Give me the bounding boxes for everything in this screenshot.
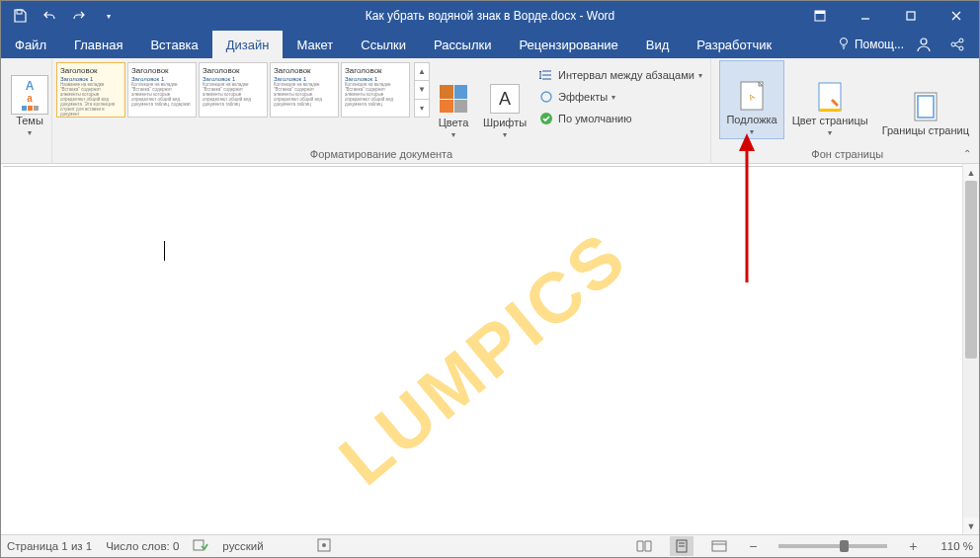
gallery-down-icon[interactable]: ▼ [415, 81, 429, 99]
tab-home[interactable]: Главная [60, 31, 136, 58]
text-cursor [164, 241, 165, 261]
scroll-up-icon[interactable]: ▲ [963, 164, 979, 181]
print-layout-icon[interactable] [670, 536, 694, 556]
web-layout-icon[interactable] [707, 536, 731, 556]
vertical-scrollbar[interactable]: ▲ ▼ [962, 164, 979, 534]
share-icon[interactable] [943, 33, 971, 56]
watermark-label: Подложка [726, 114, 776, 126]
fonts-label: Шрифты [483, 117, 527, 129]
svg-point-19 [541, 92, 551, 102]
tell-me[interactable]: Помощ... [837, 37, 904, 53]
chevron-down-icon: ▾ [612, 93, 615, 102]
svg-line-15 [955, 45, 959, 47]
chevron-down-icon: ▾ [698, 71, 702, 80]
watermark-icon: A [736, 80, 768, 112]
tab-insert[interactable]: Вставка [136, 31, 211, 58]
colors-button[interactable]: Цвета ▾ [432, 62, 475, 141]
page-borders-button[interactable]: Границы страниц [876, 60, 975, 139]
colors-label: Цвета [439, 117, 469, 129]
zoom-out-button[interactable]: − [745, 538, 761, 554]
word-window: ▾ Как убрать водяной знак в Ворде.docx -… [0, 0, 980, 558]
checkmark-icon [538, 111, 554, 126]
qat-customize-icon[interactable]: ▾ [96, 2, 122, 30]
status-bar: Страница 1 из 1 Число слов: 0 русский − … [1, 534, 979, 557]
tell-me-label: Помощ... [855, 38, 904, 51]
ribbon-tabs: Файл Главная Вставка Дизайн Макет Ссылки… [1, 31, 979, 58]
tab-developer[interactable]: Разработчик [683, 31, 785, 58]
scroll-thumb[interactable] [965, 181, 977, 359]
zoom-slider-knob[interactable] [840, 540, 849, 552]
tab-mailings[interactable]: Рассылки [420, 31, 505, 58]
svg-point-12 [959, 39, 963, 42]
tab-file[interactable]: Файл [1, 31, 60, 58]
paragraph-spacing-button[interactable]: Интервал между абзацами ▾ [534, 64, 706, 86]
svg-rect-35 [712, 541, 726, 551]
maximize-button[interactable] [888, 1, 934, 31]
page-color-icon [814, 81, 846, 113]
minimize-button[interactable] [843, 1, 888, 31]
gallery-more-icon[interactable]: ▾ [415, 100, 429, 117]
effects-label: Эффекты [558, 91, 608, 103]
fonts-button[interactable]: A Шрифты ▾ [477, 62, 532, 141]
zoom-level[interactable]: 110 % [940, 540, 973, 552]
style-set-thumb[interactable]: Заголовок Заголовок 1 Коллекция на вклад… [270, 62, 339, 118]
page-bg-group-label: Фон страницы [719, 146, 975, 163]
scroll-down-icon[interactable]: ▼ [963, 518, 979, 534]
ribbon-display-options-icon[interactable] [797, 1, 843, 31]
spellcheck-icon[interactable] [193, 538, 208, 554]
title-bar: ▾ Как убрать водяной знак в Ворде.docx -… [1, 1, 979, 31]
undo-icon[interactable] [37, 2, 62, 30]
set-default-label: По умолчанию [558, 113, 631, 124]
close-button[interactable] [934, 1, 979, 31]
page-borders-icon [910, 91, 941, 122]
read-mode-icon[interactable] [632, 536, 656, 556]
chevron-down-icon: ▾ [451, 130, 455, 139]
tab-view[interactable]: Вид [632, 31, 684, 58]
paragraph-spacing-label: Интервал между абзацами [558, 69, 694, 81]
style-set-thumb[interactable]: Заголовок Заголовок 1 Название на вкладк… [56, 62, 125, 118]
style-set-thumb[interactable]: Заголовок Заголовок 1 Коллекция на вклад… [199, 62, 268, 118]
svg-point-31 [322, 543, 326, 547]
svg-line-14 [955, 41, 959, 43]
themes-button[interactable]: Aa Темы ▾ [5, 60, 54, 139]
scroll-track[interactable] [963, 181, 979, 518]
redo-icon[interactable] [66, 2, 92, 30]
page: LUMPICS [28, 167, 938, 532]
svg-point-10 [921, 39, 927, 44]
effects-button[interactable]: Эффекты ▾ [534, 86, 706, 108]
tab-review[interactable]: Рецензирование [505, 31, 631, 58]
themes-label: Темы [16, 115, 43, 127]
document-area: LUMPICS ▲ ▼ [1, 164, 979, 534]
gallery-scroll: ▲ ▼ ▾ [414, 62, 430, 118]
chevron-down-icon: ▾ [828, 128, 832, 137]
zoom-slider[interactable] [778, 544, 887, 548]
status-word-count[interactable]: Число слов: 0 [106, 540, 179, 552]
chevron-down-icon: ▾ [750, 127, 754, 136]
watermark-text: LUMPICS [323, 215, 641, 501]
tab-layout[interactable]: Макет [283, 31, 347, 58]
gallery-up-icon[interactable]: ▲ [415, 63, 429, 81]
themes-icon: Aa [11, 75, 48, 115]
colors-icon [440, 85, 467, 113]
svg-rect-23 [819, 83, 841, 111]
watermark-button[interactable]: A Подложка ▾ [719, 60, 783, 139]
account-icon[interactable] [910, 33, 938, 56]
style-set-thumb[interactable]: Заголовок Заголовок 1 Коллекция на вклад… [341, 62, 410, 118]
status-page[interactable]: Страница 1 из 1 [7, 540, 92, 552]
page-color-button[interactable]: Цвет страницы ▾ [786, 60, 874, 139]
zoom-in-button[interactable]: + [905, 538, 921, 554]
doc-formatting-group-label: Форматирование документа [56, 146, 706, 163]
set-default-button[interactable]: По умолчанию [534, 108, 706, 129]
save-icon[interactable] [7, 2, 33, 30]
tab-references[interactable]: Ссылки [347, 31, 420, 58]
status-language[interactable]: русский [222, 540, 263, 552]
collapse-ribbon-icon[interactable]: ⌃ [959, 146, 975, 161]
macro-record-icon[interactable] [317, 538, 331, 554]
style-gallery: Заголовок Заголовок 1 Название на вкладк… [56, 62, 410, 118]
lightbulb-icon [837, 37, 851, 53]
ribbon: Aa Темы ▾ Заголовок Заголовок 1 Название… [1, 58, 979, 164]
style-set-thumb[interactable]: Заголовок Заголовок 1 Коллекция на вклад… [127, 62, 197, 118]
chevron-down-icon: ▾ [503, 130, 507, 139]
tab-design[interactable]: Дизайн [212, 31, 284, 58]
document-canvas[interactable]: LUMPICS [3, 166, 962, 532]
